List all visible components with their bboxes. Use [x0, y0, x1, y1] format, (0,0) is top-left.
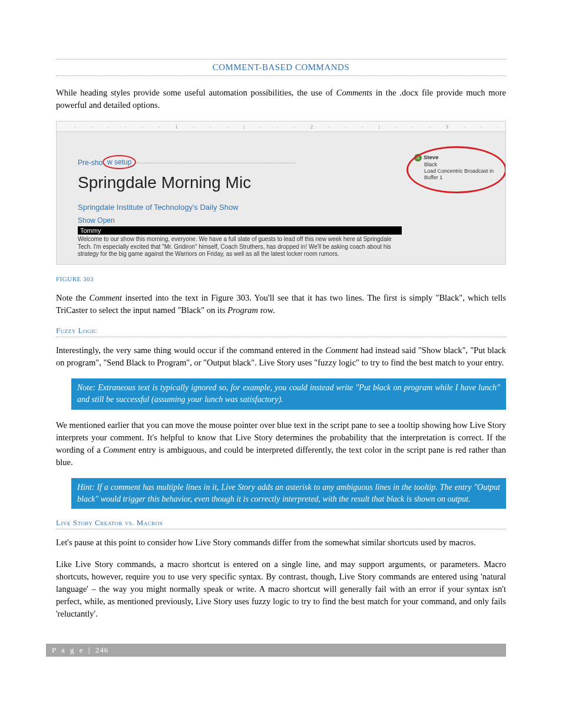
red-ellipse-annotation: [406, 146, 506, 193]
ruler: · · · · · · 1 · · · | · · · 2 · · · | · …: [57, 121, 505, 132]
figure-303-image: · · · · · · 1 · · · | · · · 2 · · · | · …: [56, 121, 506, 265]
paragraph: Interestingly, the very same thing would…: [56, 344, 506, 369]
tommy-bar: Tommy: [78, 226, 402, 235]
dotted-leader: [137, 163, 296, 163]
paragraph: Like Live Story commands, a macro shortc…: [56, 558, 506, 620]
text-italic: Comment: [90, 293, 123, 302]
text-italic: Comment: [325, 345, 358, 355]
figure-label: FIGURE 303: [56, 275, 506, 282]
fuzzy-logic-heading: Fuzzy Logic: [56, 326, 506, 337]
setup-circle: w setup: [103, 155, 136, 169]
setup-text: w setup: [107, 158, 131, 166]
text: inserted into the text in Figure 303. Yo…: [56, 293, 506, 315]
welcome-text: Welcome to our show this morning, everyo…: [78, 236, 402, 258]
text-italic: Program: [227, 305, 258, 315]
intro-paragraph: While heading styles provide some useful…: [56, 87, 506, 111]
hint-box: Hint: If a comment has multiple lines in…: [71, 478, 506, 509]
text: row.: [258, 305, 275, 315]
show-open: Show Open: [78, 216, 505, 225]
text: While heading styles provide some useful…: [56, 88, 336, 97]
paragraph: Let's pause at this point to consider ho…: [56, 536, 506, 549]
macros-heading: Live Story Creator vs. Macros: [56, 518, 506, 529]
page-number: 246: [95, 645, 109, 654]
show-subtitle: Springdale Institute of Technology's Dai…: [78, 203, 505, 212]
text: Interestingly, the very same thing would…: [56, 345, 325, 355]
preshow-text: Pre-sho: [78, 159, 103, 167]
page-footer: P a g e | 246: [46, 644, 506, 657]
text: Note the: [56, 293, 90, 302]
footer-sep: |: [85, 645, 95, 654]
text-italic: Comments: [336, 88, 372, 97]
text-italic: Comment: [103, 445, 136, 454]
note-box: Note: Extraneous text is typically ignor…: [71, 378, 506, 410]
section-heading: COMMENT-BASED COMMANDS: [56, 59, 506, 76]
footer-label: P a g e: [52, 645, 85, 654]
paragraph: Note the Comment inserted into the text …: [56, 292, 506, 317]
paragraph: We mentioned earlier that you can move t…: [56, 419, 506, 469]
